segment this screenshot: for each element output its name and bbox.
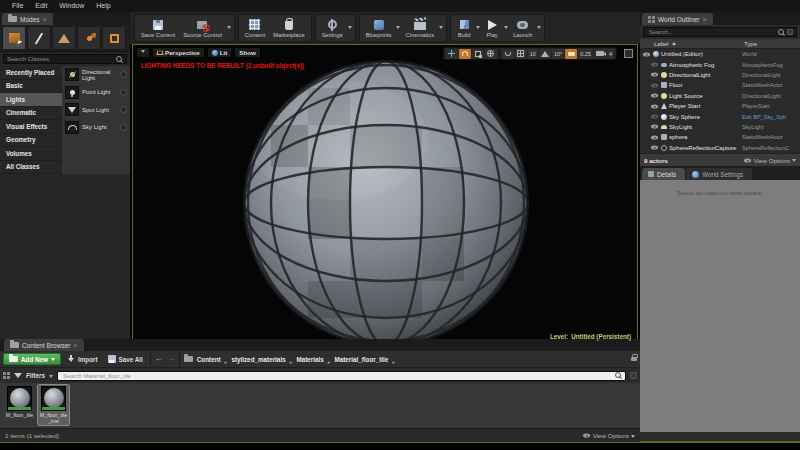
back-button[interactable]: ← [155, 355, 163, 363]
visibility-eye-icon[interactable] [651, 135, 658, 139]
tab-details[interactable]: Details [642, 168, 685, 180]
caret-down-icon[interactable] [348, 26, 352, 31]
category-lights[interactable]: Lights [0, 93, 62, 107]
caret-down-icon[interactable] [227, 26, 231, 31]
show-button[interactable]: Show [234, 47, 261, 58]
lock-icon[interactable] [631, 357, 637, 361]
camera-speed-value[interactable]: 4 [607, 49, 614, 59]
drag-grip-icon[interactable] [120, 89, 127, 96]
outliner-row-light-source[interactable]: Light Source DirectionalLight [640, 91, 800, 101]
filter-icon[interactable] [787, 29, 793, 35]
asset-search-input[interactable] [61, 372, 613, 380]
filters-button[interactable]: Filters [26, 372, 45, 379]
visibility-eye-icon[interactable] [651, 63, 658, 67]
surface-snap-button[interactable] [502, 49, 514, 59]
close-icon[interactable] [43, 16, 47, 23]
rotation-snap-button[interactable] [539, 49, 551, 59]
tab-content-browser[interactable]: Content Browser [4, 339, 84, 351]
content-button[interactable]: Content [241, 15, 269, 41]
viewport[interactable]: Perspective Lit Show LIGHTING NEEDS TO B… [132, 44, 638, 344]
menu-edit[interactable]: Edit [29, 0, 53, 12]
cb-view-options-button[interactable]: View Options [582, 432, 635, 440]
play-button[interactable]: Play [481, 15, 503, 41]
source-control-button[interactable]: Source Control [179, 15, 226, 41]
lit-button[interactable]: Lit [207, 47, 233, 58]
perspective-button[interactable]: Perspective [152, 47, 205, 58]
cinematics-button[interactable]: Cinematics [401, 15, 438, 41]
category-visual-effects[interactable]: Visual Effects [0, 120, 62, 134]
translate-tool-button[interactable] [446, 49, 458, 59]
mode-paint-button[interactable] [27, 26, 51, 50]
visibility-eye-icon[interactable] [651, 115, 658, 119]
outliner-search-input[interactable] [647, 28, 776, 36]
menu-file[interactable]: File [6, 0, 29, 12]
close-icon[interactable] [73, 342, 77, 349]
rotation-snap-value[interactable]: 10° [552, 49, 564, 59]
outliner-row-floor[interactable]: Floor StaticMeshActor [640, 80, 800, 90]
category-recently-placed[interactable]: Recently Placed [0, 66, 62, 80]
caret-down-icon[interactable] [537, 26, 541, 31]
drag-grip-icon[interactable] [120, 124, 127, 131]
close-icon[interactable] [702, 16, 706, 23]
visibility-eye-icon[interactable] [651, 125, 658, 129]
sources-panel-icon[interactable] [3, 372, 10, 379]
scale-tool-button[interactable] [472, 49, 484, 59]
save-all-button[interactable]: Save All [105, 355, 146, 363]
caret-down-icon[interactable] [504, 26, 508, 31]
menu-window[interactable]: Window [53, 0, 90, 12]
visibility-eye-icon[interactable] [651, 146, 658, 150]
build-button[interactable]: Build [453, 15, 475, 41]
asset-m-floor-tile[interactable]: M_floor_tile [4, 385, 35, 419]
grid-snap-value[interactable]: 10 [528, 49, 538, 59]
save-current-button[interactable]: Save Current [137, 15, 179, 41]
item-sky-light[interactable]: Sky Light [62, 119, 130, 137]
breadcrumb-stylized-materials[interactable]: stylized_materials [231, 356, 285, 363]
mode-landscape-button[interactable] [52, 26, 76, 50]
outliner-row-atmospheric-fog[interactable]: Atmospheric Fog AtmosphericFog [640, 59, 800, 69]
edit-blueprint-link[interactable]: Edit BP_Sky_Sph [742, 114, 798, 120]
menu-help[interactable]: Help [90, 0, 116, 12]
category-all-classes[interactable]: All Classes [0, 161, 62, 175]
tab-world-outliner[interactable]: World Outliner [642, 13, 713, 25]
tab-modes[interactable]: Modes [2, 13, 53, 25]
outliner-row-player-start[interactable]: Player Start PlayerStart [640, 101, 800, 111]
visibility-eye-icon[interactable] [651, 104, 658, 108]
outliner-row-skylight[interactable]: SkyLight SkyLight [640, 122, 800, 132]
outliner-row-sky-sphere[interactable]: Sky Sphere Edit BP_Sky_Sph [640, 111, 800, 121]
launch-button[interactable]: Launch [509, 15, 536, 41]
drag-grip-icon[interactable] [120, 71, 127, 78]
add-new-button[interactable]: Add New [3, 353, 61, 365]
category-basic[interactable]: Basic [0, 80, 62, 94]
save-search-icon[interactable] [630, 372, 637, 379]
visibility-eye-icon[interactable] [651, 83, 658, 87]
outliner-row-sphera[interactable]: sphera StaticMeshActor [640, 132, 800, 142]
column-label[interactable]: Label [640, 40, 744, 47]
item-directional-light[interactable]: Directional Light [62, 66, 130, 84]
import-button[interactable]: Import [65, 355, 101, 363]
outliner-row-directionallight[interactable]: DirectionalLight DirectionalLight [640, 70, 800, 80]
visibility-eye-icon[interactable] [643, 52, 650, 56]
breadcrumb-material-floor-tile[interactable]: Material_floor_tile [334, 356, 388, 363]
visibility-eye-icon[interactable] [651, 73, 658, 77]
outliner-view-options-button[interactable]: View Options [743, 156, 796, 164]
item-point-light[interactable]: Point Light [62, 84, 130, 102]
scale-snap-value[interactable]: 0.25 [578, 49, 593, 59]
breadcrumb-materials[interactable]: Materials [296, 356, 323, 363]
caret-down-icon[interactable] [396, 26, 400, 31]
column-type[interactable]: Type [744, 41, 800, 47]
category-cinematic[interactable]: Cinematic [0, 107, 62, 121]
asset-m-floor-tile-inst[interactable]: M_floor_tile_inst [38, 385, 69, 425]
item-spot-light[interactable]: Spot Light [62, 101, 130, 119]
grid-snap-button[interactable] [515, 49, 527, 59]
mode-place-button[interactable] [2, 26, 26, 50]
marketplace-button[interactable]: Marketplace [269, 15, 309, 41]
search-classes-input[interactable] [7, 56, 116, 62]
tab-world-settings[interactable]: World Settings [686, 168, 752, 180]
camera-speed-button[interactable] [594, 49, 606, 59]
breadcrumb-content[interactable]: Content [197, 356, 221, 363]
outliner-row-spherereflectioncapture[interactable]: SphereReflectionCapture SphereReflection… [640, 143, 800, 153]
mode-foliage-button[interactable] [77, 26, 101, 50]
viewport-options-button[interactable] [136, 47, 150, 58]
settings-button[interactable]: Settings [318, 15, 347, 41]
visibility-eye-icon[interactable] [651, 94, 658, 98]
